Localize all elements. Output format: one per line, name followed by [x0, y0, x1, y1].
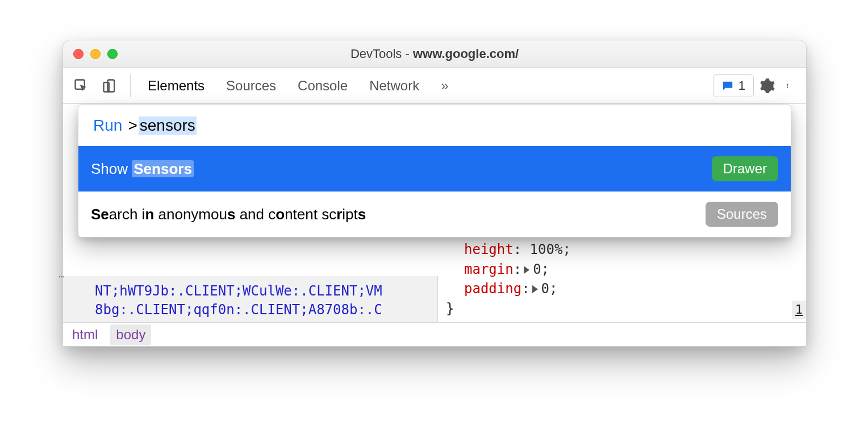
- devtools-toolbar: Elements Sources Console Network » 1: [63, 68, 806, 104]
- devtools-window: DevTools - www.google.com/ Elements Sour…: [62, 40, 807, 347]
- command-menu-item[interactable]: Search in anonymous and content scripts …: [78, 191, 791, 237]
- command-chip-drawer: Drawer: [712, 156, 778, 181]
- svg-point-4: [787, 85, 788, 86]
- minimize-window-icon[interactable]: [90, 49, 101, 59]
- run-label: Run: [93, 116, 122, 135]
- tabs-overflow-icon[interactable]: »: [433, 68, 456, 103]
- expand-triangle-icon[interactable]: [532, 285, 538, 293]
- expand-triangle-icon[interactable]: [524, 266, 529, 274]
- command-menu-item[interactable]: Show Sensors Drawer: [78, 146, 791, 191]
- toolbar-divider: [130, 74, 131, 97]
- dom-breadcrumb[interactable]: html body: [63, 322, 806, 346]
- dom-tree-panel[interactable]: ⋯ NT;hWT9Jb:.CLIENT;WCulWe:.CLIENT;VM 8b…: [63, 276, 438, 322]
- command-menu: Run >sensors Show Sensors Drawer Search …: [78, 105, 791, 238]
- svg-point-5: [787, 86, 788, 88]
- command-menu-item-label: Show Sensors: [91, 160, 705, 178]
- svg-point-3: [787, 84, 788, 85]
- message-icon: [721, 80, 734, 92]
- zoom-window-icon[interactable]: [107, 49, 118, 59]
- command-query: sensors: [139, 116, 197, 135]
- breadcrumb-item-html[interactable]: html: [72, 327, 98, 343]
- tab-elements[interactable]: Elements: [140, 68, 212, 103]
- tab-console[interactable]: Console: [290, 68, 356, 103]
- device-toolbar-icon[interactable]: [98, 74, 121, 97]
- style-source-badge[interactable]: 1: [792, 301, 806, 319]
- more-options-icon[interactable]: [781, 74, 797, 97]
- gutter-dots-icon: ⋯: [59, 270, 65, 283]
- command-menu-input[interactable]: Run >sensors: [78, 105, 791, 146]
- window-controls: [73, 40, 118, 67]
- styles-panel[interactable]: height: 100%; margin:0; padding:0; } 1: [438, 234, 806, 322]
- tab-network[interactable]: Network: [361, 68, 427, 103]
- settings-gear-icon[interactable]: [760, 74, 775, 97]
- inspect-element-icon[interactable]: [70, 74, 93, 97]
- command-chip-sources: Sources: [706, 202, 778, 227]
- close-window-icon[interactable]: [73, 49, 84, 59]
- titlebar: DevTools - www.google.com/: [63, 40, 806, 68]
- tab-sources[interactable]: Sources: [218, 68, 284, 103]
- window-title: DevTools - www.google.com/: [350, 47, 519, 61]
- command-caret: >: [128, 116, 137, 135]
- command-menu-item-label: Search in anonymous and content scripts: [91, 206, 699, 223]
- css-block-close: }: [446, 299, 795, 319]
- messages-count: 1: [738, 78, 745, 93]
- messages-badge[interactable]: 1: [713, 74, 754, 97]
- breadcrumb-item-body[interactable]: body: [110, 324, 151, 345]
